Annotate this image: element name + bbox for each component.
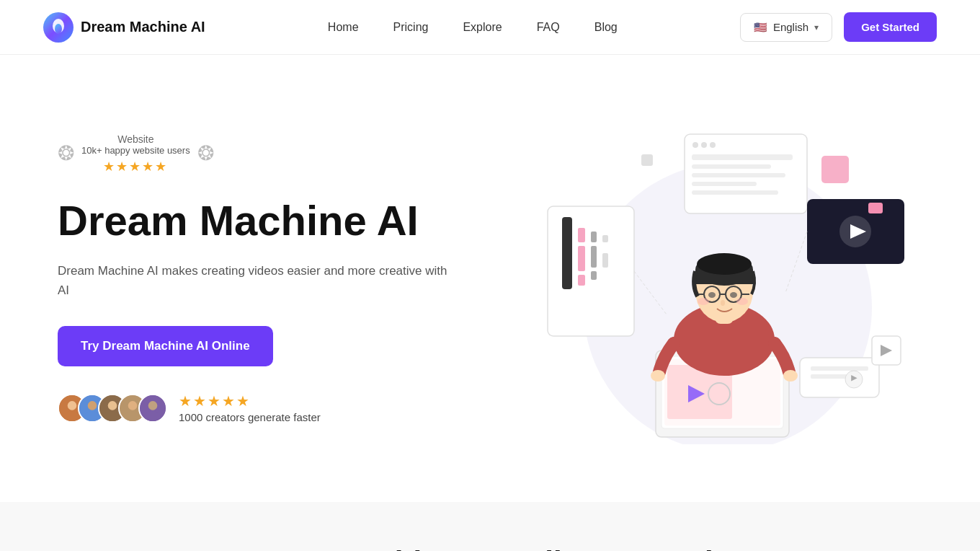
badge-content: Website 10k+ happy website users ★★★★★ (81, 133, 190, 175)
svg-rect-33 (548, 206, 634, 336)
svg-point-61 (708, 292, 716, 298)
illustration-svg (540, 113, 915, 444)
avatar-5 (138, 394, 167, 423)
nav-item-pricing[interactable]: Pricing (393, 21, 429, 33)
nav-item-home[interactable]: Home (328, 21, 359, 33)
proof-label: 1000 creators generate faster (179, 411, 321, 423)
svg-point-20 (692, 142, 698, 148)
svg-rect-38 (591, 232, 597, 242)
svg-point-21 (701, 142, 707, 148)
hero-section: ❂ Website 10k+ happy website users ★★★★★… (0, 55, 980, 502)
nav-item-explore[interactable]: Explore (463, 21, 502, 33)
chevron-down-icon: ▾ (814, 22, 819, 32)
svg-point-64 (698, 298, 709, 305)
svg-rect-73 (641, 154, 653, 166)
svg-rect-24 (692, 164, 771, 169)
try-button[interactable]: Try Dream Machine AI Online (58, 326, 273, 366)
brand-logo-icon (43, 12, 74, 43)
social-proof: ★★★★★ 1000 creators generate faster (58, 392, 507, 423)
brand-name-text: Dream Machine AI (81, 19, 205, 35)
navbar: Dream Machine AI Home Pricing Explore FA… (0, 0, 980, 55)
svg-rect-36 (578, 246, 585, 271)
bottom-title: Dream Machine AI Online Examples (58, 545, 922, 551)
svg-point-7 (88, 401, 97, 410)
svg-point-4 (68, 401, 77, 410)
svg-rect-42 (602, 253, 608, 268)
svg-rect-27 (692, 190, 778, 195)
proof-stars: ★★★★★ (179, 392, 321, 410)
svg-rect-23 (692, 154, 793, 160)
hero-badge: ❂ Website 10k+ happy website users ★★★★★… (58, 133, 507, 175)
bottom-section: Dream Machine AI Online Examples (0, 502, 980, 551)
nav-item-blog[interactable]: Blog (594, 21, 618, 33)
hero-title: Dream Machine AI (58, 198, 507, 244)
svg-rect-37 (578, 275, 585, 286)
svg-rect-40 (591, 271, 597, 280)
svg-rect-28 (821, 156, 849, 183)
svg-point-13 (128, 401, 138, 410)
laurel-right-icon: ❂ (197, 144, 214, 164)
svg-rect-69 (811, 366, 868, 371)
svg-rect-39 (591, 246, 597, 268)
laurel-left-icon: ❂ (58, 144, 74, 164)
language-flag: 🇺🇸 (754, 21, 767, 34)
badge-title: Website (81, 133, 190, 145)
avatar-group (58, 394, 167, 423)
nav-menu: Home Pricing Explore FAQ Blog (328, 21, 618, 34)
hero-illustration (540, 113, 915, 444)
svg-point-66 (651, 370, 665, 382)
hero-description: Dream Machine AI makes creating videos e… (58, 261, 461, 300)
svg-point-10 (108, 401, 117, 410)
svg-rect-41 (602, 235, 608, 242)
svg-rect-25 (692, 173, 785, 177)
svg-rect-26 (692, 182, 757, 186)
get-started-button[interactable]: Get Started (844, 12, 937, 42)
brand-logo-link[interactable]: Dream Machine AI (43, 12, 205, 43)
svg-point-22 (710, 142, 716, 148)
svg-point-62 (730, 292, 737, 298)
svg-point-2 (55, 24, 62, 34)
svg-point-16 (148, 401, 158, 410)
svg-rect-32 (868, 203, 883, 213)
badge-stars: ★★★★★ (103, 159, 168, 174)
svg-point-63 (721, 300, 725, 306)
svg-point-65 (736, 298, 748, 305)
svg-point-55 (697, 253, 752, 275)
hero-left: ❂ Website 10k+ happy website users ★★★★★… (58, 133, 507, 423)
language-selector[interactable]: 🇺🇸 English ▾ (740, 13, 832, 42)
navbar-right: 🇺🇸 English ▾ Get Started (740, 12, 937, 42)
svg-rect-34 (562, 217, 572, 289)
nav-item-faq[interactable]: FAQ (537, 21, 560, 33)
hero-right (533, 113, 922, 444)
badge-subtitle: 10k+ happy website users (81, 145, 190, 156)
proof-text: ★★★★★ 1000 creators generate faster (179, 392, 321, 423)
svg-rect-35 (578, 228, 585, 242)
svg-point-67 (783, 370, 798, 382)
language-label: English (773, 21, 808, 33)
